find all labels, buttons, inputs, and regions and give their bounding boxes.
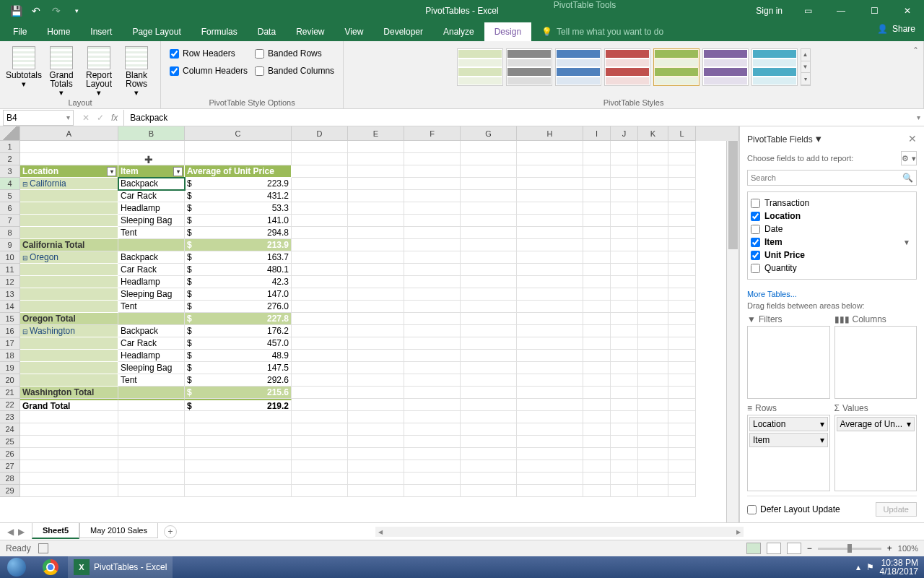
cell[interactable] [461, 448, 517, 460]
cell[interactable] [20, 350, 118, 362]
cell[interactable] [118, 448, 185, 460]
cell[interactable] [668, 350, 696, 362]
style-thumb[interactable] [457, 48, 503, 86]
cell[interactable] [118, 485, 185, 497]
cell[interactable] [583, 239, 611, 251]
cell[interactable] [517, 473, 583, 485]
cell[interactable] [348, 448, 404, 460]
cell[interactable] [668, 141, 696, 153]
cell[interactable] [20, 460, 118, 473]
column-header[interactable]: I [583, 126, 611, 141]
cell[interactable] [185, 436, 292, 448]
cell[interactable] [638, 325, 668, 337]
cell[interactable] [583, 423, 611, 436]
cell[interactable] [668, 337, 696, 350]
cell[interactable] [583, 202, 611, 215]
cell[interactable]: Oregon Total [20, 313, 118, 325]
cell[interactable] [404, 276, 461, 288]
taskbar-excel[interactable]: XPivotTables - Excel [68, 556, 173, 578]
sheet-nav[interactable]: ◀▶ [0, 527, 32, 537]
cell[interactable] [461, 436, 517, 448]
cell[interactable] [404, 350, 461, 362]
cell[interactable] [668, 153, 696, 165]
cell[interactable] [118, 423, 185, 436]
row-header[interactable]: 10 [0, 251, 20, 264]
cell[interactable] [348, 239, 404, 251]
cell[interactable] [292, 215, 348, 227]
tray-clock[interactable]: 10:38 PM4/18/2017 [880, 558, 918, 576]
cell[interactable] [668, 411, 696, 423]
cell[interactable] [292, 350, 348, 362]
cell[interactable] [20, 288, 118, 301]
cell[interactable] [583, 153, 611, 165]
cell[interactable] [517, 325, 583, 337]
cell[interactable] [404, 190, 461, 202]
cell[interactable] [20, 153, 118, 165]
cell[interactable] [583, 350, 611, 362]
cell[interactable] [638, 473, 668, 485]
new-sheet-icon[interactable]: + [164, 525, 177, 538]
cell[interactable] [292, 473, 348, 485]
cell[interactable] [292, 448, 348, 460]
cell[interactable] [461, 460, 517, 473]
cell[interactable] [668, 202, 696, 215]
cell[interactable] [517, 227, 583, 239]
cell[interactable] [461, 301, 517, 313]
cell[interactable] [638, 387, 668, 399]
cell[interactable] [611, 264, 638, 276]
cell[interactable] [638, 411, 668, 423]
cell[interactable] [517, 362, 583, 374]
cell[interactable] [118, 387, 185, 399]
cell[interactable] [348, 202, 404, 215]
horizontal-scrollbar[interactable]: ◀▶ [375, 527, 744, 537]
cell[interactable] [461, 325, 517, 337]
cell[interactable]: ⊟California [20, 178, 118, 190]
cell[interactable] [611, 473, 638, 485]
row-header[interactable]: 1 [0, 141, 20, 153]
cell[interactable] [404, 473, 461, 485]
cell[interactable]: Item▾ [118, 165, 185, 178]
cell[interactable] [348, 460, 404, 473]
cell[interactable] [20, 337, 118, 350]
cell[interactable] [185, 141, 292, 153]
sheet-tab[interactable]: May 2010 Sales [79, 523, 158, 538]
cell[interactable] [638, 190, 668, 202]
fields-pane-gear-icon[interactable]: ⚙ ▾ [901, 151, 917, 165]
row-header[interactable]: 28 [0, 473, 20, 485]
cell[interactable] [185, 473, 292, 485]
cell[interactable] [348, 301, 404, 313]
grand-totals-button[interactable]: Grand Totals▾ [43, 43, 79, 97]
cell[interactable] [517, 165, 583, 178]
cell[interactable]: Average of Unit Price [185, 165, 292, 178]
system-tray[interactable]: ▴ ⚑ 10:38 PM4/18/2017 [856, 558, 924, 576]
cell[interactable] [404, 264, 461, 276]
cell[interactable]: $53.3 [185, 202, 292, 215]
row-header[interactable]: 15 [0, 313, 20, 325]
column-header[interactable]: F [404, 126, 461, 141]
save-icon[interactable]: 💾 [6, 1, 26, 20]
cell[interactable] [638, 362, 668, 374]
cell[interactable] [638, 153, 668, 165]
row-header[interactable]: 17 [0, 337, 20, 350]
cell[interactable]: $176.2 [185, 325, 292, 337]
cell[interactable] [292, 374, 348, 387]
cell[interactable] [611, 448, 638, 460]
cell[interactable] [517, 276, 583, 288]
cell[interactable] [348, 325, 404, 337]
style-thumb[interactable] [506, 48, 552, 86]
cell[interactable] [638, 276, 668, 288]
cell[interactable] [517, 448, 583, 460]
cell[interactable]: $215.6 [185, 387, 292, 399]
cell[interactable] [611, 423, 638, 436]
cell[interactable] [638, 251, 668, 264]
cell[interactable] [20, 448, 118, 460]
cell[interactable] [20, 485, 118, 497]
cell[interactable] [292, 276, 348, 288]
cell[interactable] [638, 399, 668, 411]
cell[interactable] [638, 165, 668, 178]
row-headers-checkbox[interactable]: Row Headers [170, 48, 248, 59]
cell[interactable] [348, 227, 404, 239]
cell[interactable] [611, 362, 638, 374]
cell[interactable] [404, 239, 461, 251]
cell[interactable] [461, 251, 517, 264]
